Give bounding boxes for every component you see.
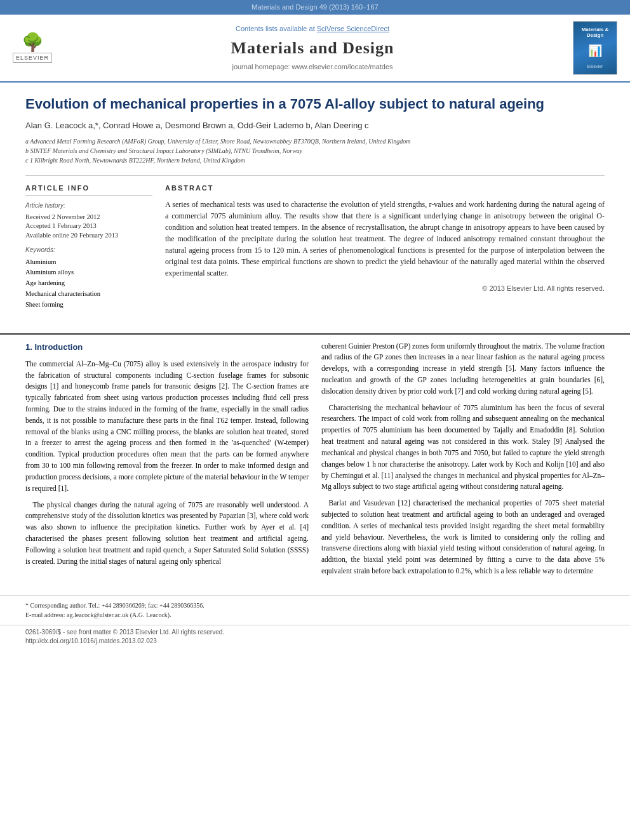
keyword-sheet-forming: Sheet forming xyxy=(25,300,152,310)
cover-subtitle-text: Elsevier xyxy=(587,63,603,70)
doi-text: http://dx.doi.org/10.1016/j.matdes.2013.… xyxy=(25,637,605,646)
email-note: E-mail address: ag.leacock@ulster.ac.uk … xyxy=(25,610,605,620)
abstract-panel: ABSTRACT A series of mechanical tests wa… xyxy=(165,183,605,310)
article-info-panel: ARTICLE INFO Article history: Received 2… xyxy=(25,183,152,310)
body-section: 1. Introduction The commercial Al–Zn–Mg–… xyxy=(0,333,630,595)
journal-reference-text: Materials and Design 49 (2013) 160–167 xyxy=(251,3,378,11)
affiliation-a: a Advanced Metal Forming Research (AMFoR… xyxy=(25,137,605,146)
intro-para-1: The commercial Al–Zn–Mg–Cu (7075) alloy … xyxy=(25,359,309,495)
keywords-label: Keywords: xyxy=(25,246,152,255)
cover-graph-icon: 📊 xyxy=(588,43,602,59)
sciverse-name[interactable]: SciVerse ScienceDirect xyxy=(317,25,389,32)
keyword-age-hardening: Age hardening xyxy=(25,278,152,289)
cover-title-text: Materials & Design xyxy=(576,27,614,39)
body-col-left: 1. Introduction The commercial Al–Zn–Mg–… xyxy=(25,341,309,582)
journal-homepage-url: journal homepage: www.elsevier.com/locat… xyxy=(52,62,573,72)
intro-heading: 1. Introduction xyxy=(25,341,309,354)
affiliation-c: c 1 Kilbright Road North, Newtownards BT… xyxy=(25,156,605,165)
keywords-list: Aluminium Aluminium alloys Age hardening… xyxy=(25,257,152,310)
right-para-2: Characterising the mechanical behaviour … xyxy=(321,403,605,493)
journal-reference-bar: Materials and Design 49 (2013) 160–167 xyxy=(0,0,630,15)
sciverse-link[interactable]: Contents lists available at SciVerse Sci… xyxy=(52,24,573,34)
elsevier-tree-icon: 🌳 xyxy=(22,34,44,51)
abstract-heading: ABSTRACT xyxy=(165,183,605,193)
journal-cover-thumbnail: Materials & Design 📊 Elsevier xyxy=(573,21,617,75)
right-para-3: Barlat and Vasudevan [12] characterised … xyxy=(321,498,605,577)
affiliation-b: b SINTEF Materials and Chemistry and Str… xyxy=(25,146,605,156)
issn-bar: 0261-3069/$ - see front matter © 2013 El… xyxy=(0,625,630,648)
corresponding-author-note: * Corresponding author. Tel.: +44 289036… xyxy=(25,601,605,610)
article-info-heading: ARTICLE INFO xyxy=(25,183,152,196)
journal-title: Materials and Design xyxy=(52,37,573,60)
right-para-1: coherent Guinier Preston (GP) zones form… xyxy=(321,341,605,397)
authors-text: Alan G. Leacock a,*, Conrad Howe a, Desm… xyxy=(25,121,369,130)
article-main: Evolution of mechanical properties in a … xyxy=(0,83,630,333)
keyword-mechanical-characterisation: Mechanical characterisation xyxy=(25,289,152,300)
journal-center-block: Contents lists available at SciVerse Sci… xyxy=(52,24,573,72)
journal-header: 🌳 ELSEVIER Contents lists available at S… xyxy=(0,15,630,83)
article-title: Evolution of mechanical properties in a … xyxy=(25,95,605,114)
intro-para-2: The physical changes during the natural … xyxy=(25,500,309,568)
sciverse-prefix: Contents lists available at xyxy=(236,25,317,32)
elsevier-logo: 🌳 ELSEVIER xyxy=(13,34,52,63)
affiliations-block: a Advanced Metal Forming Research (AMFoR… xyxy=(25,137,605,165)
copyright-text: © 2013 Elsevier Ltd. All rights reserved… xyxy=(165,284,605,293)
article-info-abstract-row: ARTICLE INFO Article history: Received 2… xyxy=(25,175,605,310)
history-label: Article history: xyxy=(25,201,152,210)
body-col-right: coherent Guinier Preston (GP) zones form… xyxy=(321,341,605,582)
keyword-aluminium-alloys: Aluminium alloys xyxy=(25,267,152,278)
authors-line: Alan G. Leacock a,*, Conrad Howe a, Desm… xyxy=(25,120,605,131)
abstract-text: A series of mechanical tests was used to… xyxy=(165,199,605,279)
received-date: Received 2 November 2012 Accepted 1 Febr… xyxy=(25,213,152,241)
footnote-section: * Corresponding author. Tel.: +44 289036… xyxy=(0,595,630,625)
keyword-aluminium: Aluminium xyxy=(25,257,152,268)
issn-text: 0261-3069/$ - see front matter © 2013 El… xyxy=(25,628,605,637)
elsevier-wordmark: ELSEVIER xyxy=(13,53,52,63)
